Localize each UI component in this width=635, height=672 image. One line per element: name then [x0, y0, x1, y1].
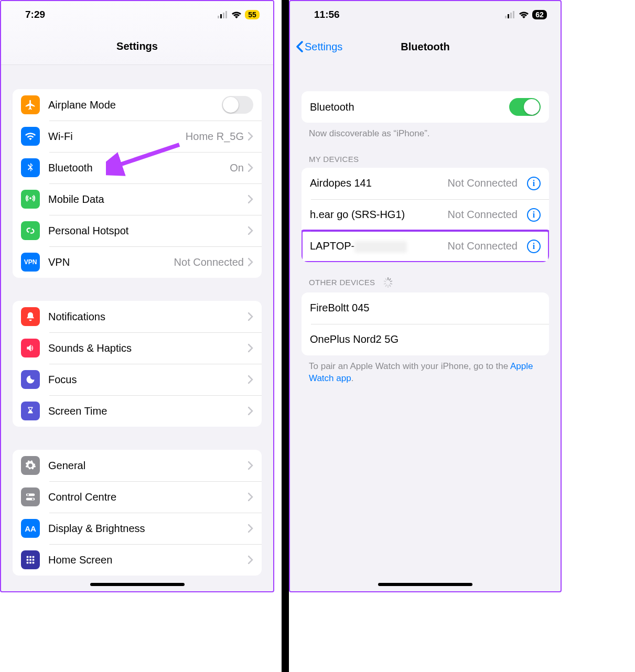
- svg-rect-9: [29, 556, 31, 558]
- row-personal-hotspot[interactable]: Personal Hotspot: [13, 215, 262, 246]
- device-row[interactable]: FireBoltt 045: [302, 292, 549, 324]
- row-general[interactable]: General: [13, 450, 262, 481]
- chevron-right-icon: [248, 461, 253, 470]
- row-screen-time[interactable]: Screen Time: [13, 395, 262, 427]
- cellular-icon: [218, 11, 228, 18]
- device-row[interactable]: OnePlus Nord2 5G: [302, 324, 549, 355]
- wifi-icon: [519, 11, 529, 19]
- chevron-right-icon: [248, 195, 253, 203]
- home-indicator: [90, 583, 185, 586]
- row-wifi[interactable]: Wi-Fi Home R_5G: [13, 121, 262, 152]
- info-icon[interactable]: i: [527, 240, 541, 253]
- row-value: Home R_5G: [186, 131, 244, 143]
- row-label: Notifications: [48, 311, 248, 323]
- bluetooth-toggle[interactable]: [509, 98, 541, 116]
- wifi-icon: [21, 127, 40, 146]
- bluetooth-icon: [21, 158, 40, 177]
- svg-rect-14: [27, 562, 29, 564]
- svg-point-5: [27, 494, 29, 495]
- svg-rect-20: [510, 13, 512, 18]
- aa-icon: AA: [21, 519, 40, 538]
- row-vpn[interactable]: VPN VPN Not Connected: [13, 246, 262, 278]
- row-label: Display & Brightness: [48, 523, 248, 535]
- status-time: 11:56: [314, 9, 340, 20]
- row-label: Focus: [48, 374, 248, 386]
- row-sounds[interactable]: Sounds & Haptics: [13, 332, 262, 364]
- chevron-right-icon: [248, 258, 253, 266]
- speaker-icon: [21, 339, 40, 357]
- row-label: Home Screen: [48, 554, 248, 566]
- settings-group-general: General Control Centre AA Display & Brig…: [13, 450, 262, 576]
- chevron-right-icon: [248, 164, 253, 172]
- chevron-right-icon: [248, 524, 253, 533]
- battery-indicator: 62: [532, 10, 547, 19]
- row-label: Bluetooth: [48, 162, 230, 174]
- status-time: 7:29: [25, 9, 45, 20]
- chevron-right-icon: [248, 556, 253, 564]
- back-button[interactable]: Settings: [295, 41, 342, 53]
- device-name: Airdopes 141: [310, 177, 448, 189]
- svg-line-25: [391, 284, 392, 284]
- svg-line-29: [384, 284, 386, 284]
- chevron-right-icon: [248, 312, 253, 321]
- row-value: On: [230, 162, 244, 174]
- svg-line-24: [391, 281, 392, 281]
- row-display[interactable]: AA Display & Brightness: [13, 513, 262, 544]
- row-value: Not Connected: [174, 256, 244, 268]
- chevron-right-icon: [248, 132, 253, 140]
- svg-line-28: [386, 285, 387, 287]
- settings-group-connectivity: Airplane Mode Wi-Fi Home R_5G Bluetooth: [13, 89, 262, 278]
- row-bluetooth[interactable]: Bluetooth On: [13, 152, 262, 183]
- svg-line-23: [390, 279, 391, 280]
- page-title: Settings: [116, 40, 158, 52]
- airplane-icon: [21, 95, 40, 114]
- bluetooth-toggle-group: Bluetooth: [302, 91, 549, 123]
- row-notifications[interactable]: Notifications: [13, 301, 262, 332]
- antenna-icon: [21, 190, 40, 209]
- wifi-icon: [231, 11, 242, 19]
- home-indicator: [378, 583, 472, 586]
- redacted-text: [354, 241, 407, 253]
- nav-bar: Settings: [1, 28, 273, 65]
- nav-bar: Settings Bluetooth: [290, 28, 561, 65]
- row-mobile-data[interactable]: Mobile Data: [13, 183, 262, 215]
- settings-screen: 7:29 55 Settings Ai: [0, 0, 274, 592]
- row-label: General: [48, 460, 248, 472]
- svg-rect-12: [29, 559, 31, 561]
- svg-line-30: [384, 281, 386, 281]
- svg-rect-19: [508, 14, 509, 18]
- row-label: Screen Time: [48, 405, 248, 417]
- page-title: Bluetooth: [401, 41, 449, 53]
- other-devices-group: FireBoltt 045 OnePlus Nord2 5G: [302, 292, 549, 355]
- my-devices-group: Airdopes 141 Not Connected i h.ear go (S…: [302, 168, 549, 262]
- info-icon[interactable]: i: [527, 177, 541, 190]
- svg-rect-13: [33, 559, 35, 561]
- device-status: Not Connected: [448, 240, 518, 252]
- pair-watch-footer: To pair an Apple Watch with your iPhone,…: [290, 355, 561, 385]
- vpn-icon: VPN: [21, 253, 40, 272]
- device-status: Not Connected: [448, 209, 518, 221]
- device-row[interactable]: h.ear go (SRS-HG1) Not Connected i: [302, 199, 549, 231]
- row-airplane-mode[interactable]: Airplane Mode: [13, 89, 262, 121]
- device-row[interactable]: Airdopes 141 Not Connected i: [302, 168, 549, 199]
- svg-rect-8: [27, 556, 29, 558]
- row-control-centre[interactable]: Control Centre: [13, 481, 262, 513]
- svg-line-26: [390, 285, 391, 287]
- row-focus[interactable]: Focus: [13, 364, 262, 395]
- status-bar: 7:29 55: [1, 1, 273, 28]
- device-row-laptop[interactable]: LAPTOP- Not Connected i: [302, 231, 549, 262]
- chevron-left-icon: [295, 41, 304, 52]
- device-status: Not Connected: [448, 177, 518, 189]
- row-label: VPN: [48, 256, 174, 268]
- hotspot-icon: [21, 221, 40, 240]
- grid-icon: [21, 550, 40, 569]
- info-icon[interactable]: i: [527, 208, 541, 222]
- row-home-screen[interactable]: Home Screen: [13, 544, 262, 576]
- section-my-devices: MY DEVICES: [290, 140, 561, 168]
- airplane-toggle[interactable]: [222, 96, 253, 114]
- row-bluetooth-toggle[interactable]: Bluetooth: [302, 91, 549, 123]
- device-name: OnePlus Nord2 5G: [310, 333, 541, 345]
- chevron-right-icon: [248, 407, 253, 415]
- gear-icon: [21, 456, 40, 475]
- chevron-right-icon: [248, 375, 253, 384]
